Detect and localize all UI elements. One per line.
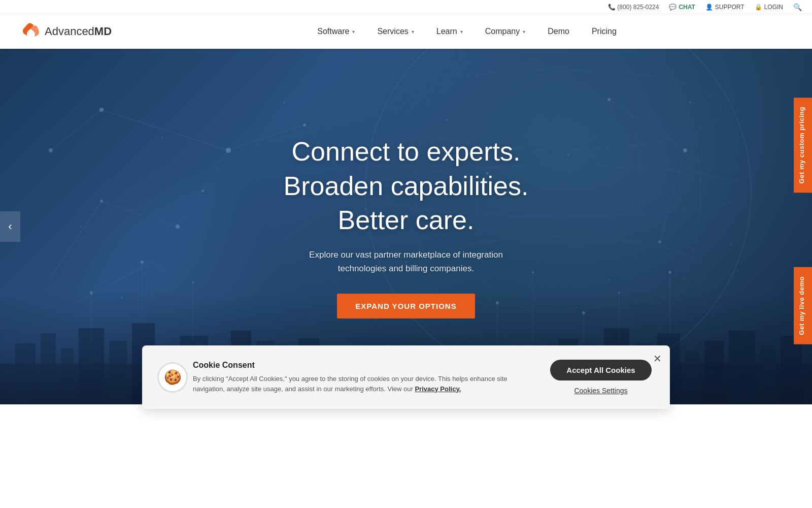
svg-line-6 <box>101 110 228 150</box>
nav-learn[interactable]: Learn ▾ <box>425 14 474 49</box>
svg-line-7 <box>178 150 228 227</box>
hero-subtitle: Explore our vast partner marketplace of … <box>284 248 529 275</box>
nav-software[interactable]: Software ▾ <box>306 14 366 49</box>
logo-text: AdvancedMD <box>45 25 112 38</box>
svg-point-20 <box>176 225 180 229</box>
header: AdvancedMD Software ▾ Services ▾ Learn ▾… <box>0 14 812 49</box>
svg-line-8 <box>101 201 178 227</box>
custom-pricing-cta[interactable]: Get my custom pricing <box>794 98 812 193</box>
svg-point-41 <box>618 292 620 294</box>
svg-point-33 <box>192 281 194 283</box>
cookie-consent-overlay: 🍪 Cookie Consent By clicking "Accept All… <box>0 335 812 508</box>
chevron-down-icon: ▾ <box>412 29 414 35</box>
chat-icon: 💬 <box>669 4 676 11</box>
svg-point-37 <box>532 271 534 273</box>
svg-point-22 <box>49 148 53 152</box>
logo[interactable]: AdvancedMD <box>20 21 112 42</box>
svg-point-23 <box>303 123 306 126</box>
phone-icon: 📞 <box>608 4 616 11</box>
nav-company[interactable]: Company ▾ <box>474 14 536 49</box>
main-nav: Software ▾ Services ▾ Learn ▾ Company ▾ … <box>142 14 792 49</box>
svg-point-26 <box>683 148 687 152</box>
support-link[interactable]: 👤 SUPPORT <box>705 4 745 11</box>
svg-point-31 <box>141 261 144 264</box>
svg-point-43 <box>668 271 671 274</box>
svg-point-27 <box>658 240 661 243</box>
cookie-actions: Accept All Cookies Cookies Settings <box>550 360 652 395</box>
cookie-description: By clicking "Accept All Cookies," you ag… <box>193 374 530 394</box>
svg-line-9 <box>51 201 101 277</box>
live-demo-cta[interactable]: Get my live demo <box>794 267 812 344</box>
lock-icon: 🔒 <box>755 4 762 11</box>
cookie-title: Cookie Consent <box>193 361 530 370</box>
hero-title: Connect to experts. Broaden capabilities… <box>284 135 529 238</box>
cookie-settings-button[interactable]: Cookies Settings <box>574 387 627 395</box>
svg-point-29 <box>90 291 93 294</box>
chat-link[interactable]: 💬 CHAT <box>669 4 695 11</box>
cookie-consent-box: 🍪 Cookie Consent By clicking "Accept All… <box>142 345 670 409</box>
support-icon: 👤 <box>705 4 713 11</box>
search-icon: 🔍 <box>793 3 802 11</box>
nav-demo[interactable]: Demo <box>536 14 581 49</box>
nav-services[interactable]: Services ▾ <box>366 14 425 49</box>
svg-line-17 <box>660 150 685 242</box>
expand-options-button[interactable]: EXPAND YOUR OPTIONS <box>337 294 475 319</box>
phone-number[interactable]: 📞 (800) 825-0224 <box>608 4 659 11</box>
hero-content: Connect to experts. Broaden capabilities… <box>284 135 529 319</box>
chevron-down-icon: ▾ <box>352 29 355 35</box>
nav-pricing[interactable]: Pricing <box>581 14 628 49</box>
svg-point-21 <box>100 200 103 203</box>
chevron-left-icon: ‹ <box>8 220 12 233</box>
svg-line-13 <box>51 110 101 150</box>
search-link[interactable]: 🔍 <box>793 3 802 11</box>
chevron-down-icon: ▾ <box>460 29 463 35</box>
chevron-down-icon: ▾ <box>523 29 525 35</box>
svg-line-15 <box>152 262 203 303</box>
svg-line-14 <box>76 262 152 303</box>
login-link[interactable]: 🔒 LOGIN <box>755 4 783 11</box>
close-icon: ✕ <box>653 353 662 364</box>
svg-point-25 <box>607 98 611 101</box>
hero-prev-button[interactable]: ‹ <box>0 211 20 242</box>
svg-point-19 <box>226 148 231 153</box>
privacy-policy-link[interactable]: Privacy Policy. <box>415 385 461 393</box>
cookie-icon: 🍪 <box>157 362 188 393</box>
top-bar: 📞 (800) 825-0224 💬 CHAT 👤 SUPPORT 🔒 LOGI… <box>0 0 812 14</box>
accept-cookies-button[interactable]: Accept All Cookies <box>550 360 652 380</box>
cookie-close-button[interactable]: ✕ <box>653 353 662 365</box>
svg-point-18 <box>99 108 104 112</box>
logo-icon <box>20 21 41 42</box>
cookie-text-area: Cookie Consent By clicking "Accept All C… <box>193 361 530 394</box>
svg-line-16 <box>609 100 685 150</box>
